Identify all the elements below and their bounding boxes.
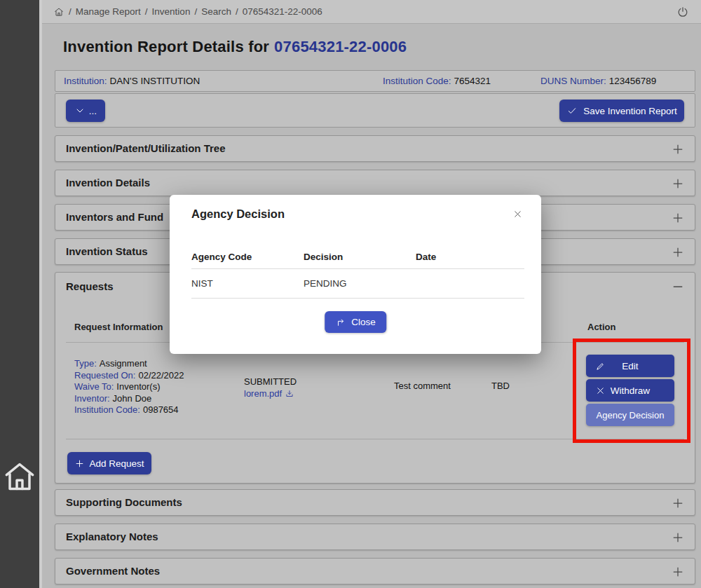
check-icon (566, 105, 578, 116)
more-actions-label: ... (89, 106, 97, 116)
add-request-label: Add Request (89, 458, 144, 469)
divider (66, 439, 684, 439)
modal-close-button[interactable]: Close (325, 311, 386, 333)
section-label: Supporting Documents (66, 496, 182, 508)
breadcrumb-separator (236, 6, 238, 17)
section-invention-details[interactable]: Invention Details (55, 170, 695, 196)
request-waive-to-line: Waive To:Inventor(s) (74, 381, 184, 393)
table-row: NISTPENDING (191, 269, 524, 299)
section-label: Inventors and Fund (66, 211, 163, 223)
breadcrumb-search[interactable]: Search (201, 6, 231, 17)
column-header-action: Action (587, 322, 615, 332)
request-institution-code-line: Institution Code:0987654 (74, 404, 184, 416)
request-requested-on-line: Requested On:02/22/2022 (74, 370, 184, 382)
sidebar (0, 0, 39, 588)
section-explanatory-notes[interactable]: Explanatory Notes (55, 524, 695, 550)
expand-plus-icon[interactable] (671, 565, 685, 579)
modal-close-icon[interactable] (512, 209, 523, 219)
chevron-down-icon (74, 105, 86, 116)
modal-title: Agency Decision (191, 207, 285, 221)
table-cell (416, 269, 524, 299)
sidebar-icon-group-top (0, 6, 39, 588)
withdraw-button[interactable]: Withdraw (586, 379, 674, 402)
table-cell: NIST (191, 269, 304, 299)
save-invention-report-button[interactable]: Save Invention Report (559, 100, 684, 122)
home-icon[interactable] (0, 6, 39, 588)
section-government-notes[interactable]: Government Notes (55, 558, 695, 584)
section-label: Government Notes (66, 565, 160, 577)
request-date: TBD (491, 381, 510, 391)
breadcrumb-manage-report[interactable]: Manage Report (76, 6, 141, 17)
agency-decision-modal: Agency Decision Agency CodeDecisionDate … (170, 195, 541, 354)
document-filename: lorem.pdf (244, 388, 282, 399)
section-label: Explanatory Notes (66, 531, 158, 542)
table-header-cell: Date (416, 245, 524, 269)
app: { "topbar": { "breadcrumb": ["Manage Rep… (0, 0, 701, 588)
add-request-button[interactable]: Add Request (67, 452, 151, 474)
breadcrumb-report-id: 07654321-22-0006 (243, 6, 322, 17)
edit-button[interactable]: Edit (586, 355, 674, 377)
table-header-cell: Decision (304, 245, 416, 269)
request-status: SUBMITTED (244, 376, 297, 387)
institution-bar: Institution:DAN'S INSTITUTION Institutio… (55, 70, 695, 92)
topbar: Manage Report Invention Search 07654321-… (42, 0, 701, 24)
logout-power-icon[interactable] (676, 5, 690, 19)
request-inventor-line: Inventor:John Doe (74, 393, 184, 405)
action-toolbar: ... Save Invention Report (55, 93, 695, 128)
edit-label: Edit (622, 361, 638, 371)
expand-plus-icon[interactable] (671, 245, 685, 259)
page-title-prefix: Invention Report Details for (63, 38, 269, 55)
section-label: Invention Details (66, 177, 150, 189)
expand-plus-icon[interactable] (671, 531, 685, 545)
scrollbar[interactable] (39, 0, 42, 588)
breadcrumb-separator (194, 6, 197, 17)
download-icon[interactable] (285, 389, 294, 399)
home-icon[interactable] (53, 6, 64, 18)
expand-plus-icon[interactable] (671, 211, 685, 225)
arrow-return-icon (335, 317, 346, 328)
request-comment: Test comment (394, 381, 451, 391)
institution-code-field: Institution Code:7654321 (383, 76, 491, 86)
save-button-label: Save Invention Report (583, 106, 677, 116)
plus-icon (74, 458, 85, 469)
request-type-line: Type:Assignment (74, 358, 184, 370)
section-label: Requests (66, 280, 114, 292)
section-label: Invention Status (66, 245, 148, 257)
request-document-link[interactable]: lorem.pdf (244, 388, 294, 399)
section-label: Invention/Patent/Utilization Tree (66, 142, 226, 154)
agency-decision-button[interactable]: Agency Decision (586, 404, 674, 426)
expand-plus-icon[interactable] (671, 177, 685, 191)
expand-plus-icon[interactable] (671, 142, 685, 156)
collapse-minus-icon[interactable] (671, 280, 685, 294)
duns-number-field: DUNS Number:123456789 (540, 76, 656, 86)
breadcrumb-separator (145, 6, 148, 17)
pencil-icon (595, 361, 606, 371)
agency-decision-label: Agency Decision (597, 410, 665, 421)
breadcrumb-separator (69, 6, 72, 17)
agency-decision-table: Agency CodeDecisionDate NISTPENDING (191, 245, 524, 299)
breadcrumb-invention[interactable]: Invention (152, 6, 191, 17)
table-header-cell: Agency Code (191, 245, 304, 269)
close-x-icon (595, 385, 606, 396)
expand-plus-icon[interactable] (671, 496, 685, 510)
report-id: 07654321-22-0006 (274, 38, 407, 55)
section-supporting-documents[interactable]: Supporting Documents (55, 489, 695, 516)
column-header-request-information: Request Information (74, 322, 163, 332)
page-title: Invention Report Details for07654321-22-… (63, 38, 407, 56)
request-info-cell: Type:Assignment Requested On:02/22/2022 … (74, 358, 184, 416)
close-button-label: Close (351, 317, 376, 327)
table-header-row: Agency CodeDecisionDate (191, 245, 524, 269)
withdraw-label: Withdraw (611, 385, 650, 396)
agency-decision-table-body: NISTPENDING (191, 269, 524, 299)
table-cell: PENDING (304, 269, 416, 299)
more-actions-button[interactable]: ... (66, 100, 105, 122)
section-invention-patent-utilization-tree[interactable]: Invention/Patent/Utilization Tree (55, 135, 695, 162)
institution-field: Institution:DAN'S INSTITUTION (64, 76, 200, 86)
